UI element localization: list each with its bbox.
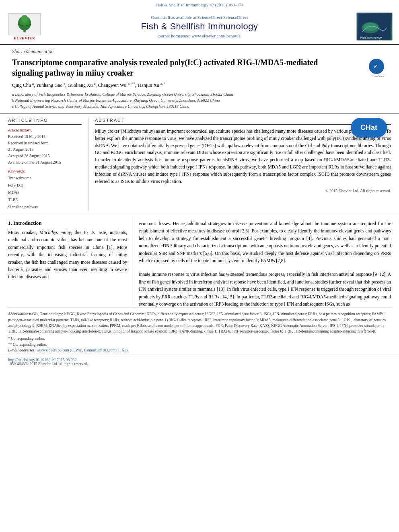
authors-line: Qing Chu a, Yunhang Gao c, Guoliang Xu a…: [12, 81, 387, 89]
left-column: 1. Introduction Miiuy croaker, Miichthys…: [8, 215, 133, 308]
article-dates: Received 19 May 2015 Received in revised…: [8, 134, 82, 166]
abbreviations-label: Abbreviations:: [8, 312, 31, 316]
journal-title: Fish & Shellfish Immunology: [43, 21, 356, 32]
article-info-abstract-section: ARTICLE INFO Article history: Received 1…: [0, 114, 399, 215]
citation-text: Fish & Shellfish Immunology 47 (2015) 16…: [156, 2, 244, 7]
intro-heading: 1. Introduction: [8, 220, 127, 226]
email-line: E-mail addresses: wucwzjou@163.com (C. W…: [8, 347, 391, 353]
journal-citation: Fish & Shellfish Immunology 47 (2015) 16…: [0, 0, 399, 9]
abbreviations-text: Abbreviations: GO, Gene ontology; KEGG, …: [8, 311, 391, 334]
article-section: Short communication Transcriptome compar…: [0, 45, 399, 114]
issn-line: 1050-4648/© 2015 Elsevier Ltd. All right…: [8, 362, 391, 366]
intro-left-text: Miiuy croaker, Miichthys miiuy, due to i…: [8, 229, 127, 281]
affiliation-a: a Laboratory of Fish Biogenetics & Immun…: [12, 91, 387, 97]
journal-cover-image: Fish Immunology: [356, 12, 393, 41]
svg-text:Fish Immunology: Fish Immunology: [360, 36, 382, 39]
elsevier-logo: ELSEVIER: [6, 13, 43, 40]
footnote-section: Abbreviations: GO, Gene ontology; KEGG, …: [8, 308, 391, 355]
article-info-header: ARTICLE INFO: [8, 118, 82, 125]
abstract-header: ABSTRACT: [95, 118, 391, 125]
main-content: 1. Introduction Miiuy croaker, Miichthys…: [0, 215, 399, 308]
crossmark-badge: ✓ CrossMark: [369, 59, 387, 78]
homepage-link[interactable]: www.elsevier.com/locate/fsi: [191, 33, 242, 38]
svg-point-3: [21, 15, 28, 23]
journal-header-center: Contents lists available at ScienceDirec…: [43, 15, 356, 38]
intro-right-text: economic losses. Hence, additional strat…: [139, 220, 391, 264]
affiliations: a Laboratory of Fish Biogenetics & Immun…: [12, 91, 387, 109]
chat-button[interactable]: CHat: [351, 118, 387, 138]
elsevier-label: ELSEVIER: [14, 36, 35, 40]
email-addresses: wucwzjou@163.com (C. Wu), tianjunxu@163.…: [37, 348, 129, 352]
affiliation-c: c College of Animal Science and Veterina…: [12, 103, 387, 109]
journal-homepage: journal homepage: www.elsevier.com/locat…: [43, 33, 356, 38]
article-history-title: Article history:: [8, 128, 82, 132]
corresponding-author-2: ** Corresponding author.: [8, 342, 391, 347]
article-title: Transcriptome comparative analysis revea…: [12, 57, 342, 78]
science-direct-label: Contents lists available at ScienceDirec…: [151, 15, 222, 20]
crossmark-icon: ✓: [369, 59, 384, 74]
keywords-section: Keywords: Transcriptome Poly(I:C) MDA5 T…: [8, 169, 82, 211]
affiliation-b: b National Engineering Research Center o…: [12, 97, 387, 103]
journal-header: ELSEVIER Contents lists available at Sci…: [0, 9, 399, 45]
corresponding-author-1: * Corresponding author.: [8, 336, 391, 341]
abstract-column: ABSTRACT Miiuy croker (Miichthys miiuy) …: [88, 118, 391, 211]
abbreviations-content: GO, Gene ontology; KEGG, Kyoto Encyclope…: [8, 312, 386, 333]
article-type: Short communication: [12, 49, 387, 55]
copyright-line: © 2015 Elsevier Ltd. All rights reserved…: [95, 189, 391, 193]
intro-right-text-2: Innate immune response to virus infectio…: [139, 271, 391, 308]
right-column: economic losses. Hence, additional strat…: [133, 215, 391, 308]
doi-section: http://dx.doi.org/10.1016/j.fsi.2015.08.…: [0, 355, 399, 368]
keywords-list: Transcriptome Poly(I:C) MDA5 TLR3 Signal…: [8, 175, 82, 211]
svg-text:✓: ✓: [373, 64, 378, 70]
chat-button-area: CHat: [351, 118, 387, 138]
homepage-label: journal homepage:: [157, 33, 190, 38]
doi-link[interactable]: http://dx.doi.org/10.1016/j.fsi.2015.08.…: [8, 357, 391, 362]
abstract-text: Miiuy croker (Miichthys miiuy) as an imp…: [95, 128, 391, 185]
keywords-title: Keywords:: [8, 169, 82, 173]
article-info-column: ARTICLE INFO Article history: Received 1…: [8, 118, 88, 211]
science-direct-text: Contents lists available at ScienceDirec…: [43, 15, 356, 20]
email-label: E-mail addresses:: [8, 348, 36, 352]
